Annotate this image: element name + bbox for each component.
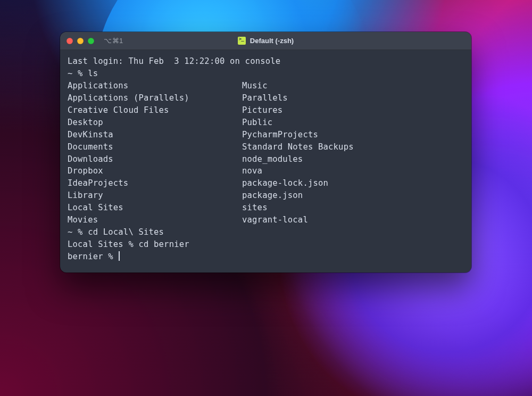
ls-column-right: Music Parallels Pictures Public PycharmP…: [242, 80, 354, 226]
prompt-line: ~ % cd Local\ Sites: [68, 227, 164, 237]
titlebar[interactable]: ⌥⌘1 Default (-zsh): [60, 32, 471, 50]
last-login-line: Last login: Thu Feb 3 12:22:00 on consol…: [68, 56, 280, 66]
cursor: [119, 251, 120, 261]
terminal-window[interactable]: ⌥⌘1 Default (-zsh) Last login: Thu Feb 3…: [60, 32, 471, 273]
ls-column-left: Applications Applications (Parallels) Cr…: [68, 80, 242, 226]
terminal-output[interactable]: Last login: Thu Feb 3 12:22:00 on consol…: [60, 50, 471, 273]
zoom-button[interactable]: [88, 38, 94, 44]
terminal-icon: [238, 37, 246, 45]
prompt-line: bernier %: [68, 252, 118, 261]
minimize-button[interactable]: [77, 38, 84, 44]
tab-shortcut-hint: ⌥⌘1: [104, 37, 123, 45]
close-button[interactable]: [66, 38, 73, 44]
prompt-line: ~ % ls: [68, 69, 98, 78]
ls-output: Applications Applications (Parallels) Cr…: [68, 80, 464, 226]
window-title: Default (-zsh): [250, 37, 294, 45]
traffic-lights: [66, 38, 94, 44]
prompt-line: Local Sites % cd bernier: [68, 240, 189, 249]
